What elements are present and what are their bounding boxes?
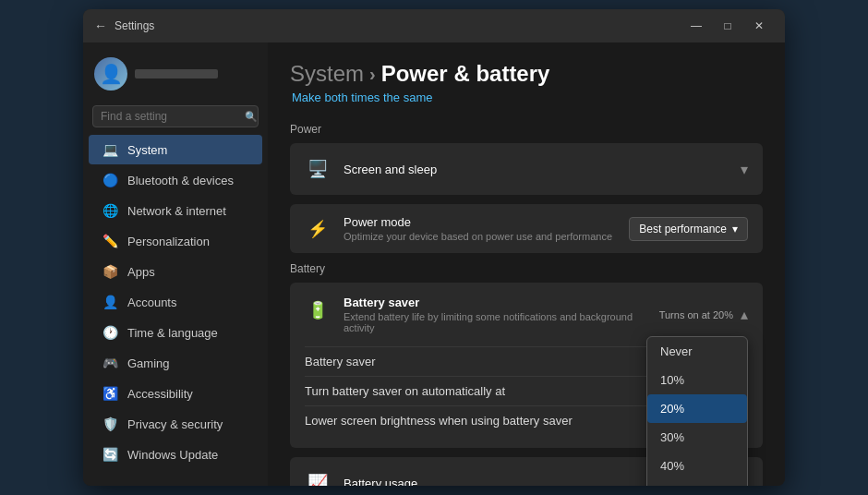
sidebar-label-bluetooth: Bluetooth & devices [127,174,234,187]
apps-icon: 📦 [102,263,118,280]
battery-saver-text: Battery saver Extend battery life by lim… [344,296,659,333]
system-icon: 💻 [102,141,118,158]
settings-window: ← Settings — □ ✕ 👤 🔍 💻 Syst [83,9,785,486]
sidebar-label-network: Network & internet [127,204,226,218]
battery-saver-desc: Extend battery life by limiting some not… [344,311,659,333]
gaming-icon: 🎮 [102,355,118,371]
sidebar-item-privacy[interactable]: 🛡️ Privacy & security [89,409,262,439]
screen-sleep-icon: 🖥️ [305,156,331,182]
dropdown-item-10[interactable]: 10% [647,366,747,394]
power-mode-text: Power mode Optimize your device based on… [344,215,629,242]
power-mode-row: ⚡ Power mode Optimize your device based … [290,204,763,253]
battery-usage-icon: 📈 [305,470,331,486]
back-button[interactable]: ← [94,18,107,33]
time-icon: 🕐 [102,324,118,341]
sidebar-label-apps: Apps [127,265,155,279]
power-mode-chevron: ▾ [732,223,738,235]
search-icon: 🔍 [245,111,258,123]
sidebar: 👤 🔍 💻 System 🔵 Bluetooth & devices 🌐 Net… [83,42,268,486]
accessibility-icon: ♿ [102,385,118,402]
power-section-label: Power [290,123,763,136]
screen-sleep-chevron: ▾ [741,161,748,178]
dropdown-item-40[interactable]: 40% [647,452,747,480]
power-mode-desc: Optimize your device based on power use … [344,231,629,242]
breadcrumb-separator: › [369,64,376,85]
sidebar-label-gaming: Gaming [127,356,170,370]
user-name-placeholder [135,69,218,78]
screen-sleep-text: Screen and sleep [344,163,741,176]
battery-saver-dropdown: Never 10% 20% 30% 40% 50% Always [646,336,748,486]
sidebar-item-time[interactable]: 🕐 Time & language [89,318,262,347]
sidebar-label-personalization: Personalization [127,235,210,248]
screen-sleep-card: 🖥️ Screen and sleep ▾ [290,143,763,195]
power-mode-value: Best performance [639,223,727,235]
screen-sleep-title: Screen and sleep [344,163,741,176]
window-body: 👤 🔍 💻 System 🔵 Bluetooth & devices 🌐 Net… [83,42,785,486]
sidebar-label-accounts: Accounts [127,296,176,309]
avatar: 👤 [94,57,127,91]
network-icon: 🌐 [102,202,118,219]
breadcrumb-parent: System [290,61,364,87]
sidebar-item-bluetooth[interactable]: 🔵 Bluetooth & devices [89,165,262,195]
sidebar-label-system: System [127,143,167,157]
main-content: System › Power & battery Make both times… [268,42,785,486]
title-bar-left: ← Settings [94,18,154,33]
window-controls: — □ ✕ [681,13,774,39]
battery-saver-icon: 🔋 [305,297,331,323]
bluetooth-icon: 🔵 [102,172,118,188]
battery-saver-title: Battery saver [344,296,659,309]
sidebar-item-system[interactable]: 💻 System [89,135,262,164]
sidebar-item-gaming[interactable]: 🎮 Gaming [89,348,262,378]
user-section: 👤 [83,50,268,105]
dropdown-item-20[interactable]: 20% [647,394,747,423]
windows-update-icon: 🔄 [102,446,118,463]
privacy-icon: 🛡️ [102,416,118,432]
dropdown-item-30[interactable]: 30% [647,423,747,452]
breadcrumb: System › Power & battery [290,61,763,87]
sidebar-label-time: Time & language [127,326,218,340]
sidebar-label-accessibility: Accessibility [127,387,193,401]
sidebar-item-accounts[interactable]: 👤 Accounts [89,287,262,317]
window-title: Settings [115,19,154,32]
screen-sleep-row[interactable]: 🖥️ Screen and sleep ▾ [290,143,763,195]
power-mode-dropdown[interactable]: Best performance ▾ [629,217,748,241]
sidebar-item-personalization[interactable]: ✏️ Personalization [89,226,262,256]
battery-saver-chevron: ▴ [741,306,748,323]
personalization-icon: ✏️ [102,233,118,249]
minimize-button[interactable]: — [681,13,711,39]
breadcrumb-current: Power & battery [381,61,550,87]
close-button[interactable]: ✕ [744,13,774,39]
title-bar: ← Settings — □ ✕ [83,9,785,42]
sidebar-label-windows-update: Windows Update [127,448,218,462]
sidebar-item-accessibility[interactable]: ♿ Accessibility [89,379,262,408]
sidebar-item-windows-update[interactable]: 🔄 Windows Update [89,440,262,469]
battery-section-label: Battery [290,262,763,275]
sidebar-item-network[interactable]: 🌐 Network & internet [89,196,262,225]
sidebar-item-apps[interactable]: 📦 Apps [89,257,262,286]
power-mode-title: Power mode [344,215,629,229]
accounts-icon: 👤 [102,294,118,310]
search-input[interactable] [101,110,239,123]
sidebar-label-privacy: Privacy & security [127,417,223,431]
battery-saver-status: Turns on at 20% [659,309,733,320]
maximize-button[interactable]: □ [713,13,742,39]
dropdown-item-50[interactable]: 50% [647,480,747,486]
battery-saver-card: 🔋 Battery saver Extend battery life by l… [290,283,763,448]
search-box[interactable]: 🔍 [92,105,259,127]
power-mode-icon: ⚡ [305,216,331,242]
dropdown-item-never[interactable]: Never [647,337,747,366]
make-same-link[interactable]: Make both times the same [290,91,763,104]
